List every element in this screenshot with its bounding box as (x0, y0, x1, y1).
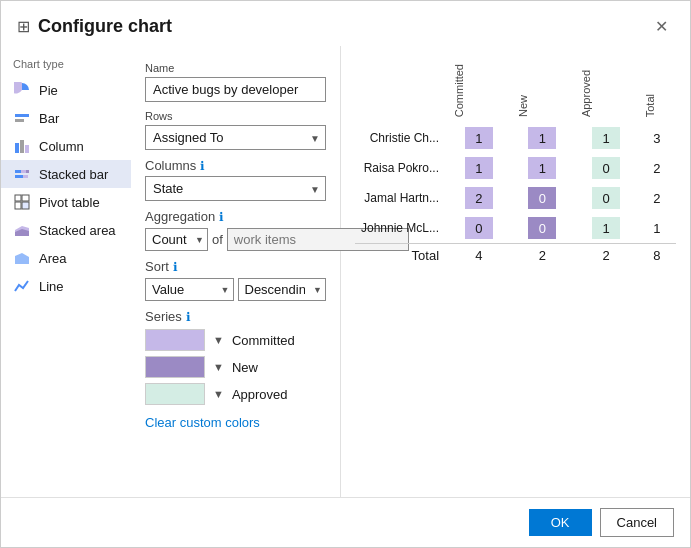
series-dropdown-committed[interactable]: ▼ (211, 334, 226, 346)
table-header-new: New (511, 58, 575, 123)
cell-new-0: 1 (511, 123, 575, 153)
columns-select[interactable]: State (145, 176, 326, 201)
pivot-table-icon (13, 193, 31, 211)
chart-type-column-label: Column (39, 139, 84, 154)
svg-rect-10 (15, 195, 21, 201)
series-color-approved[interactable] (145, 383, 205, 405)
rows-label: Rows (145, 110, 326, 122)
sort-info-icon[interactable]: ℹ (173, 260, 178, 274)
rows-select[interactable]: Assigned To (145, 125, 326, 150)
svg-rect-1 (15, 119, 24, 122)
cell-committed-3: 0 (447, 213, 511, 244)
settings-panel: Name Rows Assigned To ▼ Columns ℹ State … (131, 46, 341, 497)
svg-marker-16 (15, 253, 29, 264)
series-dropdown-new[interactable]: ▼ (211, 361, 226, 373)
series-item-committed: ▼ Committed (145, 329, 326, 351)
series-item-new: ▼ New (145, 356, 326, 378)
series-color-committed[interactable] (145, 329, 205, 351)
chart-type-pie-label: Pie (39, 83, 58, 98)
total-label: Total (355, 244, 447, 268)
area-icon (13, 249, 31, 267)
svg-rect-6 (21, 170, 26, 173)
chart-type-column[interactable]: Column (1, 132, 131, 160)
chart-type-stacked-bar[interactable]: Stacked bar (1, 160, 131, 188)
columns-select-wrapper: State ▼ (145, 176, 326, 201)
chart-data-table: Committed New Approved Total (355, 58, 676, 267)
bar-icon (13, 109, 31, 127)
svg-rect-9 (23, 175, 28, 178)
row-name-2: Jamal Hartn... (355, 183, 447, 213)
table-header-approved: Approved (574, 58, 638, 123)
sort-order-select[interactable]: Descending (238, 278, 327, 301)
sort-row: Value ▼ Descending ▼ (145, 278, 326, 301)
columns-label: Columns ℹ (145, 158, 326, 173)
cell-total-1: 2 (638, 153, 676, 183)
svg-rect-5 (15, 170, 21, 173)
cell-new-1: 1 (511, 153, 575, 183)
chart-type-pie[interactable]: Pie (1, 76, 131, 104)
series-label: Series ℹ (145, 309, 326, 324)
cancel-button[interactable]: Cancel (600, 508, 674, 537)
sort-select[interactable]: Value (145, 278, 234, 301)
ok-button[interactable]: OK (529, 509, 592, 536)
svg-rect-7 (26, 170, 29, 173)
chart-type-line-label: Line (39, 279, 64, 294)
chart-type-stacked-area-label: Stacked area (39, 223, 116, 238)
stacked-bar-icon (13, 165, 31, 183)
configure-chart-dialog: ⊞ Configure chart ✕ Chart type Pie Bar (0, 0, 691, 548)
cell-approved-3: 1 (574, 213, 638, 244)
chart-type-area[interactable]: Area (1, 244, 131, 272)
cell-new-2: 0 (511, 183, 575, 213)
cell-total-2: 2 (638, 183, 676, 213)
table-header-name (355, 58, 447, 123)
chart-icon: ⊞ (17, 17, 30, 36)
close-button[interactable]: ✕ (649, 15, 674, 38)
cell-committed-2: 2 (447, 183, 511, 213)
columns-info-icon[interactable]: ℹ (200, 159, 205, 173)
table-total-row: Total 4 2 2 8 (355, 244, 676, 268)
rows-select-wrapper: Assigned To ▼ (145, 125, 326, 150)
total-new: 2 (511, 244, 575, 268)
series-color-new[interactable] (145, 356, 205, 378)
chart-type-stacked-area[interactable]: Stacked area (1, 216, 131, 244)
chart-type-line[interactable]: Line (1, 272, 131, 300)
table-row: Raisa Pokro... 1 1 0 2 (355, 153, 676, 183)
cell-approved-0: 1 (574, 123, 638, 153)
chart-type-bar[interactable]: Bar (1, 104, 131, 132)
sort-order-wrapper: Descending ▼ (238, 278, 327, 301)
svg-rect-12 (15, 202, 21, 209)
svg-rect-4 (25, 145, 29, 153)
sort-label: Sort ℹ (145, 259, 326, 274)
total-grand: 8 (638, 244, 676, 268)
svg-rect-2 (15, 143, 19, 153)
line-icon (13, 277, 31, 295)
svg-rect-3 (20, 140, 24, 153)
table-row: Christie Ch... 1 1 1 3 (355, 123, 676, 153)
svg-rect-13 (22, 202, 29, 209)
chart-type-pivot-table[interactable]: Pivot table (1, 188, 131, 216)
series-info-icon[interactable]: ℹ (186, 310, 191, 324)
table-row: Jamal Hartn... 2 0 0 2 (355, 183, 676, 213)
footer: OK Cancel (1, 497, 690, 547)
stacked-area-icon (13, 221, 31, 239)
row-name-1: Raisa Pokro... (355, 153, 447, 183)
svg-rect-8 (15, 175, 23, 178)
sort-value-wrapper: Value ▼ (145, 278, 234, 301)
aggregation-of-label: of (212, 232, 223, 247)
chart-type-stacked-bar-label: Stacked bar (39, 167, 108, 182)
series-dropdown-approved[interactable]: ▼ (211, 388, 226, 400)
chart-type-section-label: Chart type (1, 54, 131, 76)
aggregation-info-icon[interactable]: ℹ (219, 210, 224, 224)
name-input[interactable] (145, 77, 326, 102)
aggregation-label: Aggregation ℹ (145, 209, 326, 224)
table-header-committed: Committed (447, 58, 511, 123)
clear-custom-colors-link[interactable]: Clear custom colors (145, 415, 260, 430)
chart-type-area-label: Area (39, 251, 66, 266)
aggregation-select[interactable]: Count (145, 228, 208, 251)
series-name-committed: Committed (232, 333, 295, 348)
content-area: Chart type Pie Bar Column (1, 46, 690, 497)
cell-total-0: 3 (638, 123, 676, 153)
cell-committed-0: 1 (447, 123, 511, 153)
svg-rect-11 (22, 195, 29, 201)
chart-preview-panel: Committed New Approved Total (341, 46, 690, 497)
